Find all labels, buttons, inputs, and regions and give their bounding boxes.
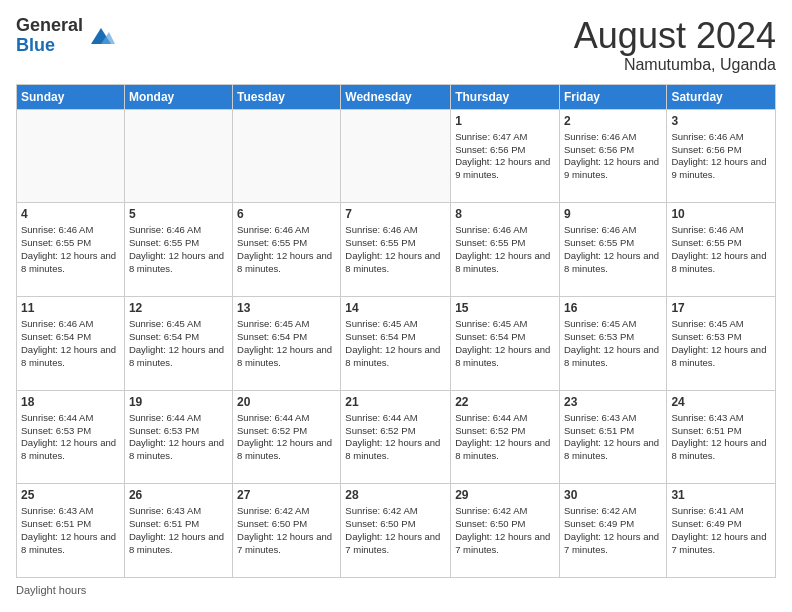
- day-number: 7: [345, 206, 446, 222]
- table-row: 24Sunrise: 6:43 AM Sunset: 6:51 PM Dayli…: [667, 390, 776, 484]
- table-row: 23Sunrise: 6:43 AM Sunset: 6:51 PM Dayli…: [559, 390, 666, 484]
- day-number: 26: [129, 487, 228, 503]
- table-row: 20Sunrise: 6:44 AM Sunset: 6:52 PM Dayli…: [233, 390, 341, 484]
- footer: Daylight hours: [16, 584, 776, 596]
- day-number: 14: [345, 300, 446, 316]
- table-row: 22Sunrise: 6:44 AM Sunset: 6:52 PM Dayli…: [451, 390, 560, 484]
- day-number: 9: [564, 206, 662, 222]
- day-number: 25: [21, 487, 120, 503]
- day-info: Sunrise: 6:45 AM Sunset: 6:54 PM Dayligh…: [455, 318, 555, 369]
- day-info: Sunrise: 6:46 AM Sunset: 6:56 PM Dayligh…: [671, 131, 771, 182]
- table-row: 13Sunrise: 6:45 AM Sunset: 6:54 PM Dayli…: [233, 296, 341, 390]
- day-info: Sunrise: 6:44 AM Sunset: 6:52 PM Dayligh…: [455, 412, 555, 463]
- day-number: 30: [564, 487, 662, 503]
- day-number: 8: [455, 206, 555, 222]
- calendar-week-row: 25Sunrise: 6:43 AM Sunset: 6:51 PM Dayli…: [17, 484, 776, 578]
- day-number: 13: [237, 300, 336, 316]
- day-info: Sunrise: 6:43 AM Sunset: 6:51 PM Dayligh…: [129, 505, 228, 556]
- daylight-hours-label: Daylight hours: [16, 584, 86, 596]
- table-row: 5Sunrise: 6:46 AM Sunset: 6:55 PM Daylig…: [124, 203, 232, 297]
- day-number: 17: [671, 300, 771, 316]
- table-row: [233, 109, 341, 203]
- day-number: 27: [237, 487, 336, 503]
- day-info: Sunrise: 6:45 AM Sunset: 6:54 PM Dayligh…: [345, 318, 446, 369]
- table-row: 26Sunrise: 6:43 AM Sunset: 6:51 PM Dayli…: [124, 484, 232, 578]
- table-row: 3Sunrise: 6:46 AM Sunset: 6:56 PM Daylig…: [667, 109, 776, 203]
- day-number: 12: [129, 300, 228, 316]
- table-row: 31Sunrise: 6:41 AM Sunset: 6:49 PM Dayli…: [667, 484, 776, 578]
- table-row: 12Sunrise: 6:45 AM Sunset: 6:54 PM Dayli…: [124, 296, 232, 390]
- day-info: Sunrise: 6:43 AM Sunset: 6:51 PM Dayligh…: [21, 505, 120, 556]
- calendar-week-row: 1Sunrise: 6:47 AM Sunset: 6:56 PM Daylig…: [17, 109, 776, 203]
- day-info: Sunrise: 6:46 AM Sunset: 6:55 PM Dayligh…: [564, 224, 662, 275]
- table-row: [17, 109, 125, 203]
- table-row: 16Sunrise: 6:45 AM Sunset: 6:53 PM Dayli…: [559, 296, 666, 390]
- day-number: 1: [455, 113, 555, 129]
- day-info: Sunrise: 6:46 AM Sunset: 6:55 PM Dayligh…: [21, 224, 120, 275]
- table-row: 7Sunrise: 6:46 AM Sunset: 6:55 PM Daylig…: [341, 203, 451, 297]
- day-number: 2: [564, 113, 662, 129]
- header-saturday: Saturday: [667, 84, 776, 109]
- calendar-week-row: 11Sunrise: 6:46 AM Sunset: 6:54 PM Dayli…: [17, 296, 776, 390]
- table-row: 25Sunrise: 6:43 AM Sunset: 6:51 PM Dayli…: [17, 484, 125, 578]
- table-row: 17Sunrise: 6:45 AM Sunset: 6:53 PM Dayli…: [667, 296, 776, 390]
- day-number: 11: [21, 300, 120, 316]
- day-number: 6: [237, 206, 336, 222]
- day-info: Sunrise: 6:45 AM Sunset: 6:53 PM Dayligh…: [564, 318, 662, 369]
- day-info: Sunrise: 6:45 AM Sunset: 6:53 PM Dayligh…: [671, 318, 771, 369]
- header: General Blue August 2024 Namutumba, Ugan…: [16, 16, 776, 74]
- logo-icon: [87, 22, 115, 50]
- day-number: 4: [21, 206, 120, 222]
- table-row: 29Sunrise: 6:42 AM Sunset: 6:50 PM Dayli…: [451, 484, 560, 578]
- calendar-week-row: 18Sunrise: 6:44 AM Sunset: 6:53 PM Dayli…: [17, 390, 776, 484]
- day-info: Sunrise: 6:47 AM Sunset: 6:56 PM Dayligh…: [455, 131, 555, 182]
- day-number: 10: [671, 206, 771, 222]
- table-row: 19Sunrise: 6:44 AM Sunset: 6:53 PM Dayli…: [124, 390, 232, 484]
- day-info: Sunrise: 6:46 AM Sunset: 6:55 PM Dayligh…: [129, 224, 228, 275]
- day-number: 20: [237, 394, 336, 410]
- table-row: 11Sunrise: 6:46 AM Sunset: 6:54 PM Dayli…: [17, 296, 125, 390]
- table-row: 10Sunrise: 6:46 AM Sunset: 6:55 PM Dayli…: [667, 203, 776, 297]
- day-info: Sunrise: 6:42 AM Sunset: 6:50 PM Dayligh…: [345, 505, 446, 556]
- day-number: 21: [345, 394, 446, 410]
- header-monday: Monday: [124, 84, 232, 109]
- day-info: Sunrise: 6:44 AM Sunset: 6:52 PM Dayligh…: [237, 412, 336, 463]
- page: General Blue August 2024 Namutumba, Ugan…: [0, 0, 792, 612]
- table-row: 30Sunrise: 6:42 AM Sunset: 6:49 PM Dayli…: [559, 484, 666, 578]
- calendar-week-row: 4Sunrise: 6:46 AM Sunset: 6:55 PM Daylig…: [17, 203, 776, 297]
- table-row: [124, 109, 232, 203]
- header-tuesday: Tuesday: [233, 84, 341, 109]
- day-number: 23: [564, 394, 662, 410]
- table-row: 14Sunrise: 6:45 AM Sunset: 6:54 PM Dayli…: [341, 296, 451, 390]
- table-row: 27Sunrise: 6:42 AM Sunset: 6:50 PM Dayli…: [233, 484, 341, 578]
- day-info: Sunrise: 6:46 AM Sunset: 6:55 PM Dayligh…: [237, 224, 336, 275]
- header-wednesday: Wednesday: [341, 84, 451, 109]
- day-info: Sunrise: 6:42 AM Sunset: 6:50 PM Dayligh…: [237, 505, 336, 556]
- day-info: Sunrise: 6:45 AM Sunset: 6:54 PM Dayligh…: [129, 318, 228, 369]
- day-info: Sunrise: 6:43 AM Sunset: 6:51 PM Dayligh…: [564, 412, 662, 463]
- day-number: 31: [671, 487, 771, 503]
- logo-blue: Blue: [16, 36, 83, 56]
- day-number: 29: [455, 487, 555, 503]
- table-row: 28Sunrise: 6:42 AM Sunset: 6:50 PM Dayli…: [341, 484, 451, 578]
- day-number: 5: [129, 206, 228, 222]
- day-info: Sunrise: 6:46 AM Sunset: 6:56 PM Dayligh…: [564, 131, 662, 182]
- day-number: 3: [671, 113, 771, 129]
- day-info: Sunrise: 6:43 AM Sunset: 6:51 PM Dayligh…: [671, 412, 771, 463]
- calendar-table: Sunday Monday Tuesday Wednesday Thursday…: [16, 84, 776, 578]
- day-info: Sunrise: 6:44 AM Sunset: 6:53 PM Dayligh…: [21, 412, 120, 463]
- table-row: 1Sunrise: 6:47 AM Sunset: 6:56 PM Daylig…: [451, 109, 560, 203]
- day-number: 18: [21, 394, 120, 410]
- day-info: Sunrise: 6:42 AM Sunset: 6:49 PM Dayligh…: [564, 505, 662, 556]
- header-sunday: Sunday: [17, 84, 125, 109]
- day-number: 28: [345, 487, 446, 503]
- logo-general: General: [16, 16, 83, 36]
- day-number: 22: [455, 394, 555, 410]
- day-info: Sunrise: 6:46 AM Sunset: 6:55 PM Dayligh…: [671, 224, 771, 275]
- day-info: Sunrise: 6:46 AM Sunset: 6:55 PM Dayligh…: [455, 224, 555, 275]
- table-row: 8Sunrise: 6:46 AM Sunset: 6:55 PM Daylig…: [451, 203, 560, 297]
- location-title: Namutumba, Uganda: [574, 56, 776, 74]
- table-row: 15Sunrise: 6:45 AM Sunset: 6:54 PM Dayli…: [451, 296, 560, 390]
- logo-area: General Blue: [16, 16, 115, 56]
- table-row: 18Sunrise: 6:44 AM Sunset: 6:53 PM Dayli…: [17, 390, 125, 484]
